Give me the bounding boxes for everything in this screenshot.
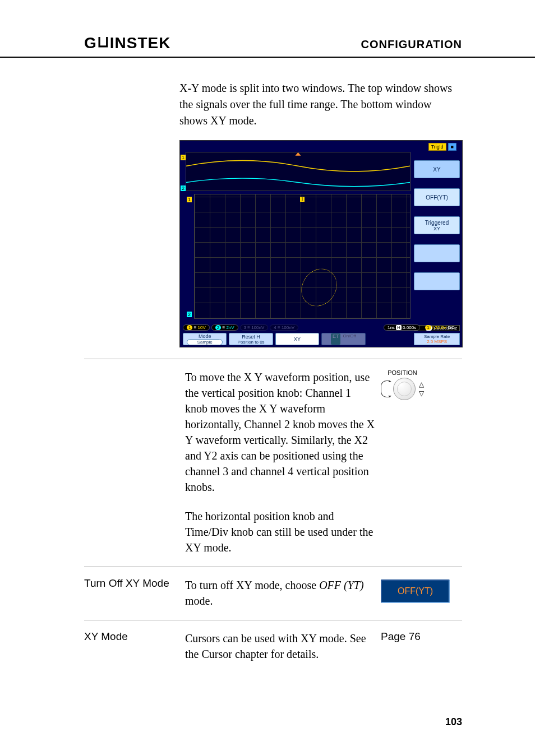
timebase-status: 1ns H 0.000s bbox=[384, 324, 420, 331]
side-btn-triggered[interactable]: Triggered XY bbox=[414, 216, 460, 234]
ch2-status: 2 ≡ 2nV bbox=[211, 324, 238, 331]
side-btn-triggered-label: Triggered bbox=[414, 220, 459, 226]
side-btn-off-yt[interactable]: OFF(YT) bbox=[414, 188, 460, 206]
trigd-badge: Trig'd bbox=[428, 143, 446, 151]
yt-waveform-area bbox=[186, 152, 411, 191]
triangle-down-icon: ▽ bbox=[419, 390, 424, 397]
side-btn-triggered-sub: XY bbox=[414, 226, 459, 231]
turnoff-row-mid: To turn off XY mode, choose OFF (YT) mod… bbox=[185, 577, 375, 609]
oscilloscope-screenshot: Trig'd ■ 1 2 1 2 1 XY OFF(YT) Triggered … bbox=[179, 140, 463, 347]
softkey-reset[interactable]: Reset H Position to 0s bbox=[229, 333, 273, 345]
scope-top-status: Trig'd ■ bbox=[428, 143, 456, 151]
trigger-status: 1 f 22.0V DC bbox=[422, 325, 458, 330]
knob-diagram: POSITION △ ▽ bbox=[381, 369, 424, 400]
side-btn-empty-2[interactable] bbox=[414, 272, 460, 290]
ch2-marker-top: 2 bbox=[181, 185, 186, 191]
section-title: CONFIGURATION bbox=[361, 38, 462, 51]
xy-top-marker: 1 bbox=[300, 197, 305, 202]
scope-softkeys: Mode Sample Reset H Position to 0s XY ET… bbox=[183, 333, 412, 345]
xy-lissajous-trace bbox=[294, 262, 344, 313]
ch1-marker: 1 bbox=[181, 155, 186, 160]
brand-logo: G⊔INSTEK bbox=[84, 34, 170, 52]
move-paragraph: To move the X Y waveform position, use t… bbox=[185, 369, 375, 495]
move-row: To move the X Y waveform position, use t… bbox=[0, 359, 535, 555]
knob-triangle-stack: △ ▽ bbox=[419, 381, 424, 397]
sample-rate-box: Sample Rate 2.5 MSPS bbox=[414, 333, 460, 345]
side-btn-xy[interactable]: XY bbox=[414, 160, 460, 178]
page-header: G⊔INSTEK CONFIGURATION bbox=[0, 34, 535, 58]
cursor-row-left: XY Mode bbox=[84, 630, 179, 662]
xy-plot-area: 1 bbox=[194, 194, 411, 319]
move-row-right: POSITION △ ▽ bbox=[381, 369, 462, 555]
knob-position-label: POSITION bbox=[381, 369, 424, 376]
knob-icon bbox=[393, 378, 416, 400]
curved-arrow-icon bbox=[381, 381, 390, 397]
channel-status-row: 1 ≡ 10V 2 ≡ 2nV 3 ≡ 100nV 4 ≡ 100nV 1ns … bbox=[183, 323, 459, 331]
scope-side-panel: XY OFF(YT) Triggered XY bbox=[414, 160, 460, 290]
intro-paragraph: X-Y mode is split into two windows. The … bbox=[0, 58, 535, 140]
turnoff-row-right: OFF(YT) bbox=[381, 577, 462, 609]
ch4-status: 4 ≡ 100nV bbox=[270, 324, 298, 331]
softkey-xy[interactable]: XY bbox=[275, 333, 319, 345]
move-row-left bbox=[84, 369, 179, 555]
softkey-mode[interactable]: Mode Sample bbox=[183, 333, 227, 345]
ch1-xy-marker: 1 bbox=[187, 197, 192, 202]
ch2-xy-marker: 2 bbox=[187, 312, 192, 317]
page-number: 103 bbox=[445, 716, 462, 728]
turnoff-row: Turn Off XY Mode To turn off XY mode, ch… bbox=[0, 567, 535, 609]
svg-marker-0 bbox=[296, 152, 301, 156]
horiz-paragraph: The horizontal position knob and Time/Di… bbox=[185, 508, 375, 555]
cursor-row-right: Page 76 bbox=[381, 630, 462, 662]
side-btn-empty-1[interactable] bbox=[414, 244, 460, 262]
ch1-status: 1 ≡ 10V bbox=[183, 324, 210, 331]
off-yt-softkey-graphic: OFF(YT) bbox=[381, 579, 450, 603]
move-row-text: To move the X Y waveform position, use t… bbox=[185, 369, 375, 555]
ch3-status: 3 ≡ 100nV bbox=[240, 324, 269, 331]
cursor-row-mid: Cursors can be used with XY mode. See th… bbox=[185, 630, 375, 662]
triangle-up-icon: △ bbox=[419, 381, 424, 388]
cursor-row: XY Mode Cursors can be used with XY mode… bbox=[0, 620, 535, 662]
stop-badge: ■ bbox=[448, 143, 456, 151]
turnoff-row-left: Turn Off XY Mode bbox=[84, 577, 179, 609]
softkey-et[interactable]: ET On/Off bbox=[321, 333, 365, 345]
